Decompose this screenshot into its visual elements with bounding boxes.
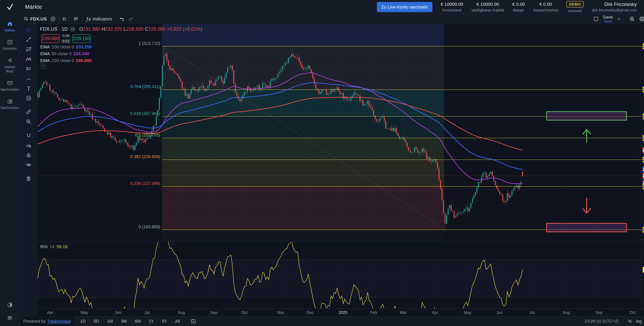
sidebar-item-maerkte[interactable]: Märkte: [0, 17, 20, 36]
range-1d-button[interactable]: 1D: [78, 318, 88, 325]
svg-text:0.5 (253.755): 0.5 (253.755): [135, 133, 160, 137]
theme-contrast-icon[interactable]: [7, 302, 13, 308]
sidebar-item-kalender[interactable]: Kalender: [0, 36, 20, 54]
settings-sliders-icon[interactable]: [7, 315, 13, 321]
svg-text:Apr: Apr: [432, 310, 438, 315]
time-axis: AprMayJunJulAugSepOctNovDec2025FebMarApr…: [47, 310, 636, 315]
trend-line-tool-icon[interactable]: [26, 36, 32, 42]
percent-scale-button[interactable]: %: [628, 319, 632, 324]
buy-button[interactable]: 229.150: [72, 34, 91, 43]
svg-text:Feb: Feb: [370, 310, 377, 315]
up-arrow: [583, 130, 590, 142]
drawing-lock-tool-icon[interactable]: [26, 142, 32, 148]
log-scale-button[interactable]: log: [636, 319, 642, 324]
toolbar-divider: [625, 16, 625, 22]
rsi-value: 59.16: [57, 244, 68, 249]
svg-text:0 (193.800): 0 (193.800): [138, 224, 160, 229]
svg-text:Apr: Apr: [47, 310, 53, 315]
svg-text:233.255: 233.255: [642, 167, 644, 172]
indicators-button[interactable]: ƒx Indicators: [86, 16, 112, 22]
svg-text:0.764 (285.411): 0.764 (285.411): [130, 84, 160, 89]
svg-text:Sep: Sep: [210, 310, 217, 315]
svg-text:2025: 2025: [338, 310, 348, 315]
range-6m-button[interactable]: 6M: [133, 318, 142, 325]
ruler-tool-icon[interactable]: [26, 109, 32, 115]
save-sub-label: Save: [604, 20, 612, 23]
svg-text:Dec: Dec: [306, 310, 314, 315]
fx-icon: ƒx: [86, 16, 91, 22]
quick-search-icon[interactable]: [629, 16, 635, 22]
symbol-search-button[interactable]: FDX.US: [24, 16, 47, 21]
redo-icon[interactable]: [128, 16, 134, 22]
sidebar-item-label: Märkte: [4, 28, 15, 32]
svg-text:229.060: 229.060: [642, 173, 644, 178]
rsi-period: 14: [50, 244, 54, 249]
position-tool-icon[interactable]: [26, 66, 32, 72]
svg-text:May: May: [464, 310, 472, 315]
brush-tool-icon[interactable]: [26, 76, 32, 82]
compare-add-icon[interactable]: [50, 16, 56, 22]
xabcd-pattern-tool-icon[interactable]: [26, 56, 32, 62]
ema-200-legend[interactable]: EMA 200 close 0 245.860: [40, 58, 92, 63]
text-tool-icon[interactable]: [26, 85, 32, 91]
range-5d-button[interactable]: 5D: [92, 318, 101, 325]
save-button[interactable]: Save Save: [603, 15, 613, 23]
price-chart[interactable]: 320.000310.000300.000290.000280.000270.0…: [0, 0, 644, 326]
svg-text:313.710: 313.710: [642, 44, 644, 49]
hide-drawings-eye-icon[interactable]: [26, 162, 32, 168]
fib-retracement-tool-icon[interactable]: [26, 46, 32, 52]
footer-divider: [186, 319, 186, 324]
sell-buy-widget: 229.060 0.09 0.01 229.150: [41, 34, 91, 43]
sidebar-item-market-buzz[interactable]: Market Buzz: [0, 54, 20, 77]
sidebar-item-label: Market Buzz: [0, 65, 19, 73]
rsi-name: RSI: [40, 244, 48, 249]
svg-text:285.411: 285.411: [643, 87, 644, 92]
svg-text:253.755: 253.755: [642, 136, 644, 140]
crosshair-tool-icon[interactable]: [26, 27, 32, 33]
legend-collapse-pill[interactable]: —: [70, 26, 76, 32]
ema-100-legend[interactable]: EMA 100 close 0 233.255: [40, 44, 92, 49]
range-1m-button[interactable]: 1M: [105, 318, 115, 325]
legend-collapse-button[interactable]: ⌃: [40, 63, 47, 69]
footer-bar: Powered by TradingView 1D 5D 1M 3M 6M 1Y…: [20, 316, 644, 326]
svg-text:0.236 (222.099): 0.236 (222.099): [130, 181, 160, 186]
chart-style-candles-icon[interactable]: [73, 16, 79, 22]
clock[interactable]: 23:26:10 (UTC+2): [584, 319, 619, 324]
lock-all-tool-icon[interactable]: [26, 152, 32, 158]
interval-button[interactable]: D: [63, 16, 66, 21]
indicators-label: Indicators: [92, 16, 112, 21]
search-icon: [24, 16, 29, 21]
svg-text:Mar: Mar: [400, 310, 407, 315]
ema-50-legend[interactable]: EMA 50 close 0 224.340: [40, 51, 92, 56]
svg-text:1 (313.710): 1 (313.710): [138, 41, 160, 46]
newspaper-icon: [7, 98, 13, 104]
powered-by: Powered by TradingView: [20, 316, 74, 326]
sidebar-item-nachrichten-mail[interactable]: Nachrichten: [0, 77, 20, 95]
undo-icon[interactable]: [119, 16, 125, 22]
sell-button[interactable]: 229.060: [41, 34, 60, 43]
svg-text:Oct: Oct: [630, 310, 636, 315]
rsi-legend[interactable]: RSI 14 59.16: [40, 244, 68, 249]
toolbar-divider: [116, 16, 116, 22]
emoji-tool-icon[interactable]: [26, 95, 32, 101]
range-3m-button[interactable]: 3M: [119, 318, 129, 325]
sidebar-item-label: Nachrichten: [0, 87, 19, 92]
range-5y-button[interactable]: 5Y: [160, 318, 169, 325]
nav-sidebar: Märkte Kalender Market Buzz Nachrichten …: [0, 14, 20, 326]
sidebar-item-nachrichten-news[interactable]: Nachrichten: [0, 95, 20, 113]
chevron-down-icon[interactable]: [617, 17, 621, 21]
tradingview-link[interactable]: TradingView: [47, 319, 71, 324]
svg-text:Nov: Nov: [277, 310, 284, 315]
magnet-tool-icon[interactable]: [26, 133, 32, 139]
svg-text:Jun: Jun: [115, 310, 121, 315]
chart-symbol-title[interactable]: FDX.US · 1D: [40, 26, 68, 32]
range-1y-button[interactable]: 1Y: [147, 318, 156, 325]
gear-icon[interactable]: [639, 16, 644, 22]
sidebar-item-label: Nachrichten: [0, 106, 19, 110]
svg-text:Aug: Aug: [178, 310, 185, 315]
layout-icon[interactable]: [593, 16, 599, 22]
go-to-date-icon[interactable]: [190, 319, 196, 324]
trash-icon[interactable]: [26, 176, 32, 181]
zoom-in-tool-icon[interactable]: [26, 119, 32, 125]
range-all-button[interactable]: All: [173, 318, 182, 325]
